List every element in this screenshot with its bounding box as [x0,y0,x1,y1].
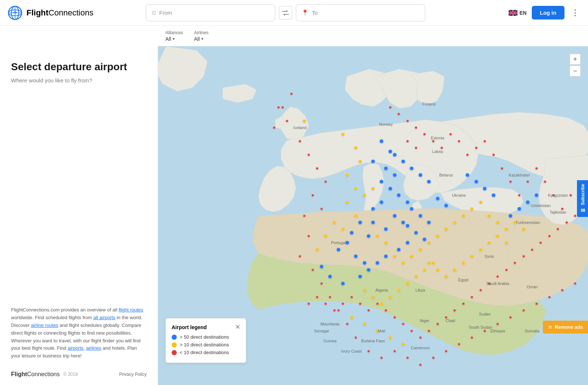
airlines-link[interactable]: airlines [86,345,101,351]
target-icon: ⊙ [151,9,156,16]
airports-link[interactable]: airports [68,345,83,351]
chevron-down-icon: ▾ [201,37,203,41]
legend-item-red: < 10 direct destinations [172,350,240,355]
main-content: Select departure airport Where would you… [0,46,588,385]
alliances-filter: Alliances All ▾ [165,30,183,42]
sidebar-description: FlightConnections.com provides an overvi… [11,306,147,360]
language-button[interactable]: EN [509,10,527,16]
subscribe-button-area: ✉ Subscribe [577,180,588,217]
swap-icon [282,10,289,15]
header-right: EN Log in ⋮ [509,6,581,19]
legend-item-blue: > 50 direct destinations [172,334,240,340]
red-dot-icon [172,350,177,355]
legend-item-gold: > 10 direct destinations [172,342,240,347]
airport-legend: Airport legend ✕ > 50 direct destination… [165,318,246,363]
privacy-policy-link[interactable]: Privacy Policy [119,372,147,377]
login-button[interactable]: Log in [532,6,564,19]
legend-close-button[interactable]: ✕ [235,324,240,331]
pin-icon: 📍 [301,9,309,16]
all-airports-link[interactable]: all airports [93,315,115,320]
airline-routes-link[interactable]: airline routes [31,322,58,328]
sidebar: Select departure airport Where would you… [0,46,158,385]
from-input[interactable]: ⊙ From [146,4,275,21]
airlines-select[interactable]: All ▾ [194,36,208,42]
star-icon: ☆ [548,324,552,330]
flight-routes-link[interactable]: flight routes [119,307,143,313]
blue-dot-icon [172,335,177,340]
page-title: Select departure airport [11,61,147,73]
more-menu-button[interactable]: ⋮ [570,7,581,19]
footer-logo: FlightConnections [11,371,60,378]
map-controls: + − [570,54,581,76]
gold-dot-icon [172,342,177,347]
alliances-select[interactable]: All ▾ [165,36,183,42]
swap-button[interactable] [279,6,292,19]
zoom-out-button[interactable]: − [570,65,581,76]
logo-icon [7,5,23,21]
zoom-in-button[interactable]: + [570,54,581,65]
filter-bar: Alliances All ▾ Airlines All ▾ [158,26,588,46]
header: FlightConnections ⊙ From 📍 To [0,0,588,26]
search-area: ⊙ From 📍 To [146,4,425,21]
chevron-down-icon: ▾ [173,37,175,41]
logo[interactable]: FlightConnections [7,5,93,21]
uk-flag-icon [509,10,517,16]
map-area[interactable]: IcelandNorwayFinlandEstoniaLatviaBelarus… [158,46,588,385]
page-subtitle: Where would you like to fly from? [11,77,147,83]
to-input[interactable]: 📍 To [296,4,425,21]
legend-header: Airport legend ✕ [172,324,240,331]
sidebar-footer: FlightConnections © 2019 Privacy Policy [11,371,147,378]
remove-ads-button[interactable]: ☆ Remove ads [543,321,588,334]
subscribe-button[interactable]: ✉ Subscribe [577,180,588,217]
airlines-filter: Airlines All ▾ [194,30,208,42]
logo-text: FlightConnections [26,8,93,18]
